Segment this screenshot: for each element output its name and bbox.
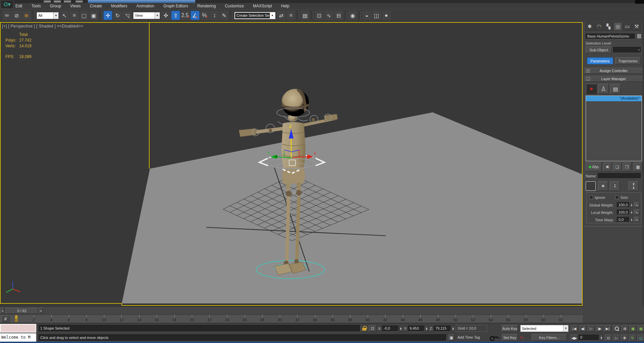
frame-label-28[interactable]: 28 xyxy=(260,318,264,322)
application-logo-icon[interactable]: ⌬▾ xyxy=(1,0,13,9)
layer-manager-rollout[interactable]: - Layer Manager xyxy=(585,76,642,82)
bind-to-space-warp-icon[interactable]: ≋ xyxy=(22,11,31,20)
y-spinner[interactable] xyxy=(425,326,428,332)
x-spinner[interactable] xyxy=(399,326,402,332)
menu-item-group[interactable]: Group xyxy=(50,4,61,8)
frame-label-4[interactable]: 4 xyxy=(50,318,52,322)
select-and-move-icon[interactable]: ✛ xyxy=(103,11,112,20)
zoom-all-icon[interactable]: ⊞ xyxy=(621,325,629,332)
object-color-swatch[interactable] xyxy=(637,34,642,39)
absolute-offset-toggle-icon[interactable]: ⊡ xyxy=(369,325,376,332)
global-weight-spinner[interactable] xyxy=(630,202,633,208)
expand-icon[interactable]: + xyxy=(586,69,590,73)
object-name-field[interactable]: Base HumanPelvisGizmo xyxy=(586,34,635,39)
angle-snap-icon[interactable]: ∠● xyxy=(191,11,200,20)
curve-editor-icon[interactable]: ∿ xyxy=(324,11,333,20)
frame-label-60[interactable]: 60 xyxy=(541,318,545,322)
solo-checkbox[interactable] xyxy=(615,195,619,199)
sub-object-button[interactable]: Sub-Object xyxy=(586,46,612,53)
collapse-icon[interactable]: - xyxy=(586,77,590,81)
save-layer-icon[interactable]: ↧ xyxy=(610,181,620,191)
blank-swatch-button[interactable] xyxy=(586,181,596,191)
macro-recorder-pane[interactable] xyxy=(0,324,36,333)
pan-view-icon[interactable]: ✥ xyxy=(621,335,628,341)
selected-filter-dropdown[interactable]: Selected▼ xyxy=(520,325,569,332)
window-crossing-icon[interactable]: ▣ xyxy=(89,11,98,20)
material-editor-icon[interactable]: ◉ xyxy=(348,11,357,20)
layer-list-item-selected[interactable]: "(Available)" xyxy=(586,96,642,101)
delete-layer-icon[interactable]: ✖ xyxy=(603,163,612,171)
frame-label-24[interactable]: 24 xyxy=(225,318,229,322)
set-keys-icon[interactable] xyxy=(490,335,498,339)
frame-label-2[interactable]: 2 xyxy=(33,318,35,322)
x-coordinate-field[interactable]: -0,0 xyxy=(382,326,399,332)
select-and-link-icon[interactable]: ∞ xyxy=(2,11,11,20)
frame-label-46[interactable]: 46 xyxy=(418,318,422,322)
keyboard-shortcut-override-icon[interactable]: ⇧ xyxy=(171,11,180,20)
frame-label-62[interactable]: 62 xyxy=(559,318,563,322)
time-step-forward-button[interactable]: > xyxy=(39,308,43,314)
local-weight-spinner[interactable] xyxy=(630,210,633,215)
layer-name-field[interactable] xyxy=(598,173,641,179)
render-production-icon[interactable]: ● xyxy=(382,11,391,20)
tab-create-icon[interactable]: ✱ xyxy=(585,22,594,31)
z-coordinate-field[interactable]: 79,115 xyxy=(434,326,451,332)
named-selection-set-dropdown[interactable]: Create Selection Se▼ xyxy=(234,12,275,19)
spinner-snap-icon[interactable]: ↕ xyxy=(210,11,219,20)
previous-frame-button[interactable]: ◀| xyxy=(579,325,587,332)
go-to-start-button[interactable]: |◀ xyxy=(571,325,578,332)
align-icon[interactable]: ≡ xyxy=(286,11,296,20)
zoom-extents-all-icon[interactable]: ▦ xyxy=(637,325,644,332)
frame-label-36[interactable]: 36 xyxy=(330,318,334,322)
reorder-layer-icon[interactable]: ⬆⬇ xyxy=(629,181,639,191)
rendered-frame-window-icon[interactable]: ◫ xyxy=(372,11,381,20)
scene-explorer-icon[interactable]: ⊡ xyxy=(315,11,324,20)
local-weight-curve-icon[interactable]: ∿ xyxy=(634,210,640,215)
frame-label-12[interactable]: 12 xyxy=(119,318,123,322)
select-and-scale-icon[interactable]: ◹ xyxy=(123,11,132,20)
selection-lock-icon[interactable] xyxy=(362,326,366,331)
tab-hierarchy-icon[interactable]: ▚ xyxy=(604,22,613,31)
select-object-icon[interactable]: ↖ xyxy=(60,11,69,20)
time-slider-handle[interactable]: 0 / 62 xyxy=(5,308,38,314)
menu-item-tools[interactable]: Tools xyxy=(32,4,41,8)
frame-label-0[interactable]: 0 xyxy=(15,318,17,322)
time-warp-curve-icon[interactable]: ∿ xyxy=(634,217,640,222)
maxscript-listener[interactable]: Welcome to M xyxy=(0,333,36,342)
mini-curve-editor-icon[interactable]: ⇵ xyxy=(1,316,9,322)
parameters-tab[interactable]: Parameters xyxy=(587,57,613,64)
set-key-button[interactable]: Set Key xyxy=(502,334,518,341)
zoom-extents-icon[interactable]: ▣ xyxy=(629,325,637,332)
zoom-icon[interactable] xyxy=(613,325,621,332)
next-frame-button[interactable]: |▶ xyxy=(596,325,603,332)
frame-label-22[interactable]: 22 xyxy=(207,318,211,322)
key-filters-curve-icon[interactable]: ∿ xyxy=(520,335,524,341)
menu-item-rendering[interactable]: Rendering xyxy=(197,4,216,8)
abs-mode-button[interactable]: Abs xyxy=(586,163,602,171)
percent-snap-icon[interactable]: %● xyxy=(200,11,209,20)
select-and-manipulate-icon[interactable]: ✜ xyxy=(161,11,170,20)
reference-coordinate-dropdown[interactable]: View▼ xyxy=(133,12,160,19)
frame-label-48[interactable]: 48 xyxy=(436,318,440,322)
schematic-view-icon[interactable]: ⊟ xyxy=(334,11,343,20)
snaps-toggle-icon[interactable]: 2.5● xyxy=(181,11,190,20)
time-configuration-icon[interactable]: ⊡ xyxy=(605,335,612,341)
auto-key-button[interactable]: Auto Key xyxy=(502,325,518,332)
paste-layer-icon[interactable]: ❐ xyxy=(623,163,631,171)
frame-label-6[interactable]: 6 xyxy=(68,318,70,322)
menu-item-modifiers[interactable]: Modifiers xyxy=(111,4,127,8)
frame-label-26[interactable]: 26 xyxy=(243,318,247,322)
frame-label-16[interactable]: 16 xyxy=(155,318,159,322)
menu-item-maxscript[interactable]: MAXScript xyxy=(253,4,272,8)
current-frame-field[interactable]: 0 xyxy=(579,335,599,341)
global-weight-field[interactable]: 100,0 xyxy=(617,202,630,208)
time-slider[interactable]: < 0 / 62 > xyxy=(0,306,583,315)
quick-access-icon[interactable] xyxy=(64,0,71,3)
menu-item-views[interactable]: Views xyxy=(70,4,81,8)
orbit-icon[interactable]: ↻ xyxy=(629,335,636,341)
frame-label-14[interactable]: 14 xyxy=(137,318,141,322)
z-spinner[interactable] xyxy=(451,326,454,332)
tab-motion-icon[interactable]: ◎ xyxy=(613,22,622,31)
layer-manager-icon[interactable]: ▤ xyxy=(301,11,310,20)
sub-object-dropdown[interactable]: ▼ xyxy=(613,47,641,53)
